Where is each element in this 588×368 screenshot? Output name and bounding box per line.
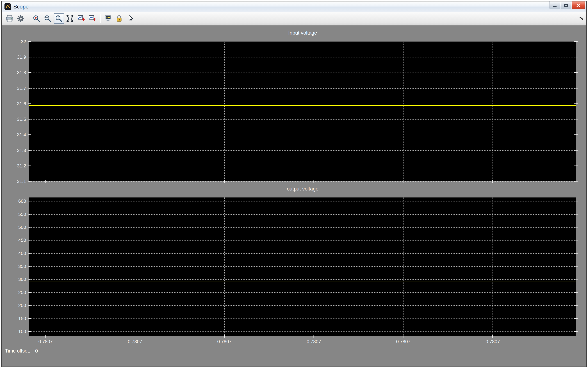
y-tick-mark: [574, 41, 578, 42]
input-voltage-plot[interactable]: 3231.931.831.731.631.531.431.331.231.1: [29, 41, 576, 182]
input-voltage-signal-line: [29, 105, 576, 106]
zoom-y-axis-icon: [55, 14, 63, 23]
autoscale-button[interactable]: [65, 13, 75, 24]
close-icon: [576, 3, 581, 8]
y-tick-mark: [574, 214, 578, 214]
y-tick-mark: [574, 279, 578, 280]
maximize-icon: [564, 4, 568, 7]
horizontal-gridline: [29, 135, 576, 135]
y-tick-mark: [574, 331, 578, 332]
x-tick-label: 0.7807: [307, 339, 321, 344]
minimize-button[interactable]: [550, 1, 560, 9]
horizontal-gridline: [29, 331, 576, 332]
print-button[interactable]: [4, 13, 15, 24]
toolbar-separator: [100, 14, 101, 23]
x-tick-mark: [135, 180, 135, 183]
parameters-button[interactable]: [16, 13, 26, 24]
vertical-gridline: [135, 197, 135, 336]
x-tick-mark: [492, 335, 493, 338]
vertical-gridline: [492, 197, 493, 336]
y-tick-mark: [574, 135, 578, 135]
y-tick-mark: [28, 103, 31, 104]
y-tick-mark: [28, 292, 31, 293]
autoscale-icon: [66, 14, 74, 23]
horizontal-gridline: [29, 119, 576, 120]
x-tick-mark: [45, 180, 46, 183]
zoom-button[interactable]: [31, 13, 42, 24]
close-button[interactable]: [572, 1, 585, 9]
horizontal-gridline: [29, 227, 576, 228]
y-tick-label: 31.1: [17, 179, 26, 184]
y-tick-mark: [574, 253, 578, 254]
zoom-x-axis-button[interactable]: [43, 13, 53, 24]
x-tick-label: 0.7807: [217, 339, 232, 344]
y-tick-mark: [574, 150, 578, 150]
lock-axes-button[interactable]: [114, 13, 124, 24]
plot-title-output-voltage: output voltage: [29, 185, 576, 192]
maximize-button[interactable]: [561, 1, 571, 9]
floating-scope-icon: [104, 14, 112, 23]
y-tick-mark: [28, 227, 31, 228]
y-tick-mark: [28, 305, 31, 306]
title-bar: Scope: [2, 1, 586, 12]
horizontal-gridline: [29, 279, 576, 280]
zoom-icon: [32, 14, 41, 23]
lock-axes-icon: [115, 14, 123, 23]
plot-title-input-voltage: Input voltage: [29, 29, 576, 36]
vertical-gridline: [224, 42, 225, 181]
y-tick-label: 31.2: [17, 163, 26, 168]
window-controls: [550, 1, 585, 9]
restore-axes-settings-icon: [88, 14, 97, 23]
output-voltage-signal-line: [29, 282, 576, 282]
y-tick-label: 500: [18, 224, 26, 230]
x-tick-mark: [224, 180, 225, 183]
x-tick-mark: [403, 180, 404, 183]
y-tick-label: 550: [18, 211, 26, 217]
x-tick-mark: [314, 180, 314, 183]
horizontal-gridline: [29, 181, 576, 182]
scope-window: Scope: [1, 1, 587, 367]
vertical-gridline: [46, 197, 46, 336]
horizontal-gridline: [29, 104, 576, 104]
y-tick-label: 100: [18, 329, 26, 334]
y-tick-mark: [574, 318, 578, 319]
y-tick-mark: [574, 305, 578, 306]
input-voltage-plot-wrapper: 3231.931.831.731.631.531.431.331.231.1: [29, 41, 576, 182]
output-voltage-plot-wrapper: 600550500450400350300250200150100: [29, 197, 576, 336]
x-tick-label: 0.7807: [128, 339, 142, 344]
y-tick-label: 31.8: [17, 70, 26, 75]
save-axes-settings-button[interactable]: [76, 13, 86, 24]
y-tick-mark: [28, 72, 31, 73]
y-tick-label: 31.6: [17, 101, 26, 106]
horizontal-gridline: [29, 253, 576, 254]
y-tick-label: 31.5: [17, 117, 26, 122]
horizontal-gridline: [29, 319, 576, 319]
toolbar-end-arrow-icon: [578, 15, 584, 22]
y-tick-label: 300: [18, 276, 26, 282]
minimize-icon: [553, 6, 557, 7]
x-tick-label: 0.7807: [38, 339, 53, 344]
floating-scope-button[interactable]: [103, 13, 113, 24]
horizontal-gridline: [29, 305, 576, 306]
parameters-gear-icon: [17, 14, 25, 23]
zoom-y-axis-button[interactable]: [53, 13, 64, 24]
horizontal-gridline: [29, 150, 576, 151]
y-tick-mark: [28, 266, 31, 267]
y-tick-mark: [574, 201, 578, 202]
x-tick-mark: [492, 180, 493, 183]
vertical-gridline: [492, 42, 493, 181]
y-tick-mark: [28, 150, 31, 150]
y-tick-mark: [574, 240, 578, 240]
y-tick-mark: [574, 227, 578, 228]
y-tick-mark: [28, 88, 31, 88]
y-tick-mark: [574, 181, 578, 182]
x-tick-mark: [403, 335, 404, 338]
restore-axes-settings-button[interactable]: [87, 13, 97, 24]
y-tick-mark: [28, 181, 31, 182]
output-voltage-plot[interactable]: 600550500450400350300250200150100: [29, 197, 576, 336]
y-tick-label: 200: [18, 303, 26, 308]
x-tick-label: 0.7807: [485, 339, 500, 344]
x-tick-mark: [135, 335, 135, 338]
y-tick-label: 31.4: [17, 132, 26, 138]
signal-selection-button[interactable]: [125, 13, 136, 24]
